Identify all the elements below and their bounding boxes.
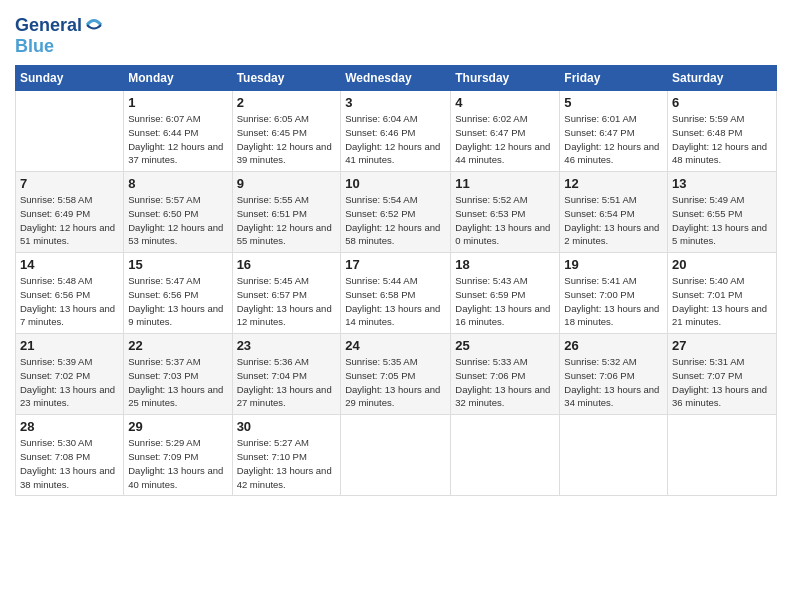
day-number: 23 <box>237 338 337 353</box>
day-number: 1 <box>128 95 227 110</box>
sun-info: Sunrise: 5:54 AMSunset: 6:52 PMDaylight:… <box>345 194 440 246</box>
weekday-header-saturday: Saturday <box>668 66 777 91</box>
sun-info: Sunrise: 5:31 AMSunset: 7:07 PMDaylight:… <box>672 356 767 408</box>
day-cell: 11 Sunrise: 5:52 AMSunset: 6:53 PMDaylig… <box>451 172 560 253</box>
sun-info: Sunrise: 5:36 AMSunset: 7:04 PMDaylight:… <box>237 356 332 408</box>
sun-info: Sunrise: 5:40 AMSunset: 7:01 PMDaylight:… <box>672 275 767 327</box>
day-number: 2 <box>237 95 337 110</box>
sun-info: Sunrise: 5:44 AMSunset: 6:58 PMDaylight:… <box>345 275 440 327</box>
day-cell: 25 Sunrise: 5:33 AMSunset: 7:06 PMDaylig… <box>451 334 560 415</box>
day-cell: 12 Sunrise: 5:51 AMSunset: 6:54 PMDaylig… <box>560 172 668 253</box>
sun-info: Sunrise: 5:59 AMSunset: 6:48 PMDaylight:… <box>672 113 767 165</box>
day-cell: 17 Sunrise: 5:44 AMSunset: 6:58 PMDaylig… <box>341 253 451 334</box>
day-cell: 1 Sunrise: 6:07 AMSunset: 6:44 PMDayligh… <box>124 91 232 172</box>
day-cell <box>668 415 777 496</box>
sun-info: Sunrise: 5:48 AMSunset: 6:56 PMDaylight:… <box>20 275 115 327</box>
day-number: 17 <box>345 257 446 272</box>
sun-info: Sunrise: 5:55 AMSunset: 6:51 PMDaylight:… <box>237 194 332 246</box>
sun-info: Sunrise: 6:05 AMSunset: 6:45 PMDaylight:… <box>237 113 332 165</box>
day-number: 26 <box>564 338 663 353</box>
sun-info: Sunrise: 6:01 AMSunset: 6:47 PMDaylight:… <box>564 113 659 165</box>
day-number: 21 <box>20 338 119 353</box>
sun-info: Sunrise: 6:02 AMSunset: 6:47 PMDaylight:… <box>455 113 550 165</box>
day-cell: 9 Sunrise: 5:55 AMSunset: 6:51 PMDayligh… <box>232 172 341 253</box>
day-cell: 26 Sunrise: 5:32 AMSunset: 7:06 PMDaylig… <box>560 334 668 415</box>
week-row-3: 14 Sunrise: 5:48 AMSunset: 6:56 PMDaylig… <box>16 253 777 334</box>
sun-info: Sunrise: 5:43 AMSunset: 6:59 PMDaylight:… <box>455 275 550 327</box>
day-number: 30 <box>237 419 337 434</box>
day-cell: 3 Sunrise: 6:04 AMSunset: 6:46 PMDayligh… <box>341 91 451 172</box>
sun-info: Sunrise: 5:52 AMSunset: 6:53 PMDaylight:… <box>455 194 550 246</box>
sun-info: Sunrise: 5:32 AMSunset: 7:06 PMDaylight:… <box>564 356 659 408</box>
weekday-header-row: SundayMondayTuesdayWednesdayThursdayFrid… <box>16 66 777 91</box>
sun-info: Sunrise: 5:47 AMSunset: 6:56 PMDaylight:… <box>128 275 223 327</box>
day-number: 7 <box>20 176 119 191</box>
sun-info: Sunrise: 5:30 AMSunset: 7:08 PMDaylight:… <box>20 437 115 489</box>
sun-info: Sunrise: 5:57 AMSunset: 6:50 PMDaylight:… <box>128 194 223 246</box>
day-number: 22 <box>128 338 227 353</box>
sun-info: Sunrise: 5:49 AMSunset: 6:55 PMDaylight:… <box>672 194 767 246</box>
day-number: 3 <box>345 95 446 110</box>
day-number: 20 <box>672 257 772 272</box>
day-number: 29 <box>128 419 227 434</box>
sun-info: Sunrise: 5:37 AMSunset: 7:03 PMDaylight:… <box>128 356 223 408</box>
day-cell: 24 Sunrise: 5:35 AMSunset: 7:05 PMDaylig… <box>341 334 451 415</box>
day-number: 11 <box>455 176 555 191</box>
logo-text-blue: Blue <box>15 36 105 57</box>
weekday-header-tuesday: Tuesday <box>232 66 341 91</box>
day-cell: 30 Sunrise: 5:27 AMSunset: 7:10 PMDaylig… <box>232 415 341 496</box>
calendar-container: General Blue SundayMondayTuesdayWednesda… <box>0 0 792 506</box>
day-cell: 5 Sunrise: 6:01 AMSunset: 6:47 PMDayligh… <box>560 91 668 172</box>
day-cell: 20 Sunrise: 5:40 AMSunset: 7:01 PMDaylig… <box>668 253 777 334</box>
day-cell: 10 Sunrise: 5:54 AMSunset: 6:52 PMDaylig… <box>341 172 451 253</box>
weekday-header-friday: Friday <box>560 66 668 91</box>
logo-text-general: General <box>15 15 82 36</box>
sun-info: Sunrise: 5:33 AMSunset: 7:06 PMDaylight:… <box>455 356 550 408</box>
day-number: 8 <box>128 176 227 191</box>
week-row-2: 7 Sunrise: 5:58 AMSunset: 6:49 PMDayligh… <box>16 172 777 253</box>
day-number: 12 <box>564 176 663 191</box>
day-cell: 4 Sunrise: 6:02 AMSunset: 6:47 PMDayligh… <box>451 91 560 172</box>
day-cell: 7 Sunrise: 5:58 AMSunset: 6:49 PMDayligh… <box>16 172 124 253</box>
day-cell <box>451 415 560 496</box>
header: General Blue <box>15 10 777 57</box>
day-number: 27 <box>672 338 772 353</box>
day-cell: 15 Sunrise: 5:47 AMSunset: 6:56 PMDaylig… <box>124 253 232 334</box>
weekday-header-thursday: Thursday <box>451 66 560 91</box>
day-number: 15 <box>128 257 227 272</box>
day-cell: 18 Sunrise: 5:43 AMSunset: 6:59 PMDaylig… <box>451 253 560 334</box>
day-number: 18 <box>455 257 555 272</box>
weekday-header-monday: Monday <box>124 66 232 91</box>
sun-info: Sunrise: 5:29 AMSunset: 7:09 PMDaylight:… <box>128 437 223 489</box>
day-cell: 29 Sunrise: 5:29 AMSunset: 7:09 PMDaylig… <box>124 415 232 496</box>
day-cell: 8 Sunrise: 5:57 AMSunset: 6:50 PMDayligh… <box>124 172 232 253</box>
day-number: 25 <box>455 338 555 353</box>
weekday-header-sunday: Sunday <box>16 66 124 91</box>
sun-info: Sunrise: 5:27 AMSunset: 7:10 PMDaylight:… <box>237 437 332 489</box>
sun-info: Sunrise: 5:51 AMSunset: 6:54 PMDaylight:… <box>564 194 659 246</box>
sun-info: Sunrise: 5:35 AMSunset: 7:05 PMDaylight:… <box>345 356 440 408</box>
day-number: 9 <box>237 176 337 191</box>
day-cell <box>16 91 124 172</box>
day-number: 16 <box>237 257 337 272</box>
day-cell <box>560 415 668 496</box>
sun-info: Sunrise: 5:45 AMSunset: 6:57 PMDaylight:… <box>237 275 332 327</box>
day-number: 4 <box>455 95 555 110</box>
calendar-table: SundayMondayTuesdayWednesdayThursdayFrid… <box>15 65 777 496</box>
day-cell <box>341 415 451 496</box>
day-number: 6 <box>672 95 772 110</box>
sun-info: Sunrise: 6:07 AMSunset: 6:44 PMDaylight:… <box>128 113 223 165</box>
sun-info: Sunrise: 5:39 AMSunset: 7:02 PMDaylight:… <box>20 356 115 408</box>
day-cell: 2 Sunrise: 6:05 AMSunset: 6:45 PMDayligh… <box>232 91 341 172</box>
day-number: 19 <box>564 257 663 272</box>
week-row-4: 21 Sunrise: 5:39 AMSunset: 7:02 PMDaylig… <box>16 334 777 415</box>
week-row-5: 28 Sunrise: 5:30 AMSunset: 7:08 PMDaylig… <box>16 415 777 496</box>
day-cell: 19 Sunrise: 5:41 AMSunset: 7:00 PMDaylig… <box>560 253 668 334</box>
weekday-header-wednesday: Wednesday <box>341 66 451 91</box>
day-cell: 14 Sunrise: 5:48 AMSunset: 6:56 PMDaylig… <box>16 253 124 334</box>
week-row-1: 1 Sunrise: 6:07 AMSunset: 6:44 PMDayligh… <box>16 91 777 172</box>
sun-info: Sunrise: 5:58 AMSunset: 6:49 PMDaylight:… <box>20 194 115 246</box>
logo-icon <box>83 14 105 36</box>
sun-info: Sunrise: 6:04 AMSunset: 6:46 PMDaylight:… <box>345 113 440 165</box>
day-cell: 22 Sunrise: 5:37 AMSunset: 7:03 PMDaylig… <box>124 334 232 415</box>
